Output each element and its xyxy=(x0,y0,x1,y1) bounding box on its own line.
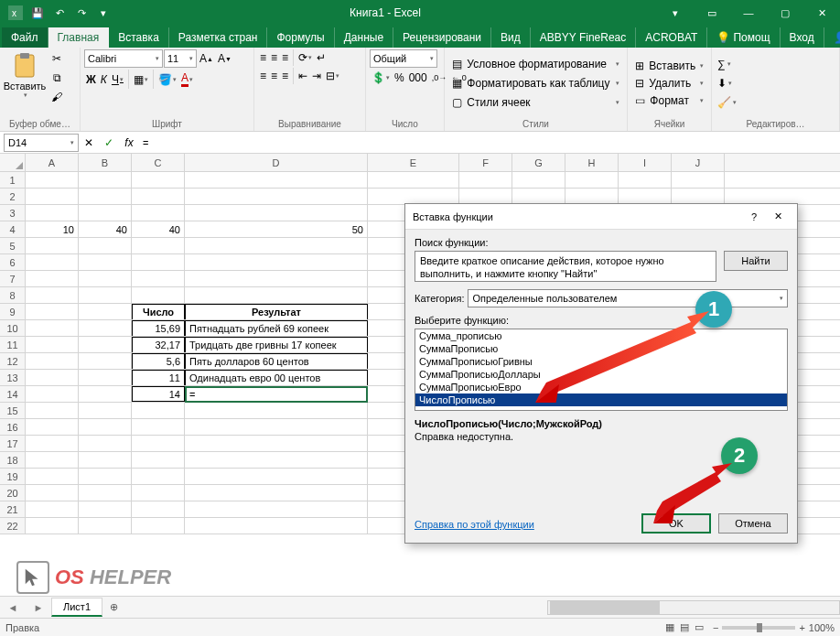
sheet-nav-prev[interactable]: ◄ xyxy=(0,602,26,613)
cell-C3[interactable] xyxy=(132,205,185,221)
cell-C1[interactable] xyxy=(132,172,185,188)
dialog-titlebar[interactable]: Вставка функции ? ✕ xyxy=(405,204,797,230)
cell-C17[interactable] xyxy=(132,436,185,451)
name-box[interactable]: D14▾ xyxy=(4,134,79,152)
ribbon-minimize-icon[interactable]: ▭ xyxy=(694,0,730,26)
row-header[interactable]: 2 xyxy=(0,189,26,204)
search-function-input[interactable]: Введите краткое описание действия, котор… xyxy=(415,251,716,282)
ribbon-options-icon[interactable]: ▾ xyxy=(657,0,694,26)
tab-login[interactable]: Вход xyxy=(781,27,824,48)
cell-D13[interactable]: Одинадцать евро 00 центов xyxy=(185,370,368,385)
column-header[interactable]: F xyxy=(459,154,512,171)
cell-D6[interactable] xyxy=(185,254,368,270)
cell-A10[interactable] xyxy=(26,320,79,336)
cell-C2[interactable] xyxy=(132,189,185,204)
tab-review[interactable]: Рецензировани xyxy=(393,27,491,48)
cell-B13[interactable] xyxy=(79,370,132,385)
insert-cells-button[interactable]: ⊞ Вставить▾ xyxy=(631,59,707,73)
cell-A14[interactable] xyxy=(26,386,79,402)
cell-D9[interactable]: Результат xyxy=(185,304,368,319)
row-header[interactable]: 16 xyxy=(0,419,26,435)
cell-B6[interactable] xyxy=(79,254,132,270)
cell-D18[interactable] xyxy=(185,452,368,468)
select-all-corner[interactable] xyxy=(0,154,26,171)
sheet-tab[interactable]: Лист1 xyxy=(51,598,102,617)
format-as-table-button[interactable]: ▦ Форматировать как таблицу▾ xyxy=(448,75,623,92)
close-button[interactable]: ✕ xyxy=(803,0,840,26)
find-button[interactable]: Найти xyxy=(724,251,788,271)
cell-J2[interactable] xyxy=(672,189,725,204)
number-format-combo[interactable]: Общий▾ xyxy=(370,49,437,68)
row-header[interactable]: 21 xyxy=(0,501,26,517)
cell-D10[interactable]: Пятнадцать рублей 69 копеек xyxy=(185,320,368,336)
cell-A13[interactable] xyxy=(26,370,79,385)
cell-D11[interactable]: Тридцать две гривны 17 копеек xyxy=(185,337,368,352)
copy-button[interactable]: ⧉ xyxy=(48,69,66,87)
align-bottom-button[interactable]: ≡ xyxy=(280,49,290,66)
category-select[interactable]: Определенные пользователем▾ xyxy=(468,289,788,307)
cell-D22[interactable] xyxy=(185,518,368,534)
column-header[interactable]: E xyxy=(368,154,459,171)
cell-B14[interactable] xyxy=(79,386,132,402)
cell-H1[interactable] xyxy=(565,172,619,188)
zoom-in-button[interactable]: + xyxy=(799,622,804,633)
percent-button[interactable]: % xyxy=(393,70,406,86)
cell-A6[interactable] xyxy=(26,254,79,270)
maximize-button[interactable]: ▢ xyxy=(767,0,803,26)
cell-F1[interactable] xyxy=(459,172,512,188)
align-right-button[interactable]: ≡ xyxy=(280,68,290,84)
borders-button[interactable]: ▦▾ xyxy=(132,71,150,88)
cell-A8[interactable] xyxy=(26,287,79,303)
row-header[interactable]: 15 xyxy=(0,403,26,418)
row-header[interactable]: 3 xyxy=(0,205,26,221)
fill-color-button[interactable]: 🪣▾ xyxy=(156,71,178,88)
row-header[interactable]: 5 xyxy=(0,238,26,253)
cell-C13[interactable]: 11 xyxy=(132,370,185,385)
tab-insert[interactable]: Вставка xyxy=(109,27,169,48)
format-cells-button[interactable]: ▭ Формат▾ xyxy=(631,93,707,108)
cell-D7[interactable] xyxy=(185,271,368,286)
cell-D3[interactable] xyxy=(185,205,368,221)
row-header[interactable]: 11 xyxy=(0,337,26,352)
row-header[interactable]: 18 xyxy=(0,452,26,468)
cell-D12[interactable]: Пять долларов 60 центов xyxy=(185,353,368,369)
column-header[interactable]: B xyxy=(79,154,132,171)
decrease-font-button[interactable]: A▼ xyxy=(216,50,233,67)
cell-C4[interactable]: 40 xyxy=(132,221,185,237)
merge-button[interactable]: ⊟▾ xyxy=(324,68,341,84)
cell-B9[interactable] xyxy=(79,304,132,319)
share-button[interactable]: 👤Общий доступ xyxy=(824,27,840,48)
cell-B12[interactable] xyxy=(79,353,132,369)
cell-C12[interactable]: 5,6 xyxy=(132,353,185,369)
cell-E2[interactable] xyxy=(368,189,459,204)
zoom-slider[interactable] xyxy=(722,626,795,630)
cell-C10[interactable]: 15,69 xyxy=(132,320,185,336)
decrease-indent-button[interactable]: ⇤ xyxy=(296,68,309,84)
column-header[interactable]: I xyxy=(619,154,672,171)
cell-C21[interactable] xyxy=(132,501,185,517)
cell-C14[interactable]: 14 xyxy=(132,386,185,402)
paste-button[interactable]: Вставить ▾ xyxy=(4,49,46,101)
cell-B15[interactable] xyxy=(79,403,132,418)
cancel-formula-button[interactable]: ✕ xyxy=(79,134,99,152)
excel-icon[interactable]: x xyxy=(5,3,26,23)
cell-C8[interactable] xyxy=(132,287,185,303)
cell-C20[interactable] xyxy=(132,485,185,501)
row-header[interactable]: 10 xyxy=(0,320,26,336)
zoom-slider-thumb[interactable] xyxy=(757,623,762,632)
cell-A11[interactable] xyxy=(26,337,79,352)
row-header[interactable]: 13 xyxy=(0,370,26,385)
row-header[interactable]: 12 xyxy=(0,353,26,369)
cell-B17[interactable] xyxy=(79,436,132,451)
tab-view[interactable]: Вид xyxy=(491,27,531,48)
cell-G1[interactable] xyxy=(512,172,565,188)
increase-indent-button[interactable]: ⇥ xyxy=(310,68,323,84)
cell-B4[interactable]: 40 xyxy=(79,221,132,237)
row-header[interactable]: 9 xyxy=(0,304,26,319)
column-header[interactable]: H xyxy=(565,154,619,171)
page-layout-view-button[interactable]: ▤ xyxy=(678,620,691,635)
cell-A22[interactable] xyxy=(26,518,79,534)
align-center-button[interactable]: ≡ xyxy=(269,68,279,84)
cell-B1[interactable] xyxy=(79,172,132,188)
align-top-button[interactable]: ≡ xyxy=(258,49,268,66)
